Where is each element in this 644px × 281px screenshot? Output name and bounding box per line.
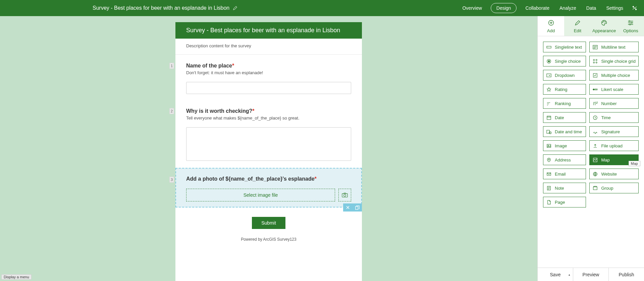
qtype-signature[interactable]: Signature — [589, 126, 639, 137]
nav-collaborate[interactable]: Collaborate — [524, 3, 551, 13]
nav-settings[interactable]: Settings — [605, 3, 625, 13]
question-hint: Don't forget: it must have an esplanade! — [186, 70, 351, 75]
question-hint: Tell everyone what makes ${name_of_the_p… — [186, 115, 351, 121]
time-icon — [592, 115, 598, 120]
date-icon — [546, 115, 551, 120]
address-icon — [546, 157, 551, 162]
camera-button[interactable] — [338, 189, 351, 201]
options-icon — [627, 19, 634, 26]
tools-icon[interactable] — [632, 5, 637, 11]
edit-icon — [574, 19, 581, 26]
svg-point-11 — [630, 24, 631, 25]
copy-icon — [355, 205, 360, 210]
ranking-icon — [546, 101, 551, 106]
qtype-time[interactable]: Time — [589, 112, 639, 123]
qtype-address[interactable]: Address — [543, 154, 586, 165]
question-number: 3 — [169, 177, 174, 183]
image-icon — [546, 143, 551, 148]
qtype-singleline[interactable]: Singleline text — [543, 42, 586, 52]
nav-overview[interactable]: Overview — [461, 3, 483, 13]
powered-by: Powered by ArcGIS Survey123 — [175, 235, 362, 245]
qtype-ranking[interactable]: Ranking — [543, 98, 586, 109]
qtype-page[interactable]: Page — [543, 197, 586, 207]
map-icon — [592, 157, 598, 162]
side-panel: AddEditAppearanceOptions Singleline text… — [537, 16, 644, 281]
duplicate-question-button[interactable] — [353, 203, 362, 212]
qtype-website[interactable]: Website — [589, 169, 639, 179]
appearance-icon — [601, 19, 607, 26]
delete-question-button[interactable] — [343, 203, 353, 212]
qtype-radio[interactable]: Single choice — [543, 56, 586, 66]
survey-description[interactable]: Description content for the survey — [175, 39, 362, 55]
svg-point-16 — [593, 59, 595, 60]
multiline-input[interactable] — [186, 127, 351, 161]
qtype-number[interactable]: Number — [589, 98, 639, 109]
qtype-multiline[interactable]: Multiline text — [589, 42, 639, 52]
svg-rect-2 — [342, 194, 347, 197]
qtype-radiogrid[interactable]: Single choice grid — [589, 56, 639, 66]
svg-rect-12 — [546, 46, 551, 48]
side-tabs: AddEditAppearanceOptions — [538, 16, 644, 36]
question-1[interactable]: 1 Name of the place* Don't forget: it mu… — [175, 55, 362, 100]
side-tab-edit[interactable]: Edit — [564, 16, 591, 36]
side-tab-options[interactable]: Options — [618, 16, 644, 36]
question-types: Singleline textMultiline textSingle choi… — [538, 36, 644, 268]
svg-point-19 — [596, 62, 597, 63]
survey-card: Survey - Best places for beer with an es… — [175, 22, 362, 281]
qtype-checkbox[interactable]: Multiple choice — [589, 70, 639, 81]
qtype-datetime[interactable]: Date and time — [543, 126, 586, 137]
add-icon — [548, 19, 554, 26]
svg-point-1 — [635, 9, 636, 10]
survey-title[interactable]: Survey - Best places for beer with an es… — [175, 22, 362, 39]
star-icon — [546, 87, 551, 92]
side-tab-appearance[interactable]: Appearance — [591, 16, 618, 36]
page-icon — [546, 200, 551, 205]
nav-design[interactable]: Design — [491, 3, 517, 13]
selection-actions — [343, 203, 362, 212]
qtype-date[interactable]: Date — [543, 112, 586, 123]
select-image-button[interactable]: Select image file — [186, 189, 335, 201]
svg-point-7 — [603, 21, 604, 22]
checkbox-icon — [592, 73, 598, 78]
edit-title-icon[interactable] — [233, 6, 237, 10]
qtype-upload[interactable]: File upload — [589, 140, 639, 151]
qtype-note[interactable]: Note — [543, 183, 586, 193]
upload-icon — [592, 143, 598, 148]
datetime-icon — [546, 129, 551, 134]
svg-point-15 — [548, 60, 550, 62]
qtype-map[interactable]: MapMap — [589, 154, 639, 165]
nav-data[interactable]: Data — [585, 3, 598, 13]
save-button[interactable]: Save▴ — [538, 268, 573, 281]
tooltip: Map — [629, 161, 640, 166]
svg-rect-4 — [355, 206, 358, 209]
canvas: Survey - Best places for beer with an es… — [0, 16, 537, 281]
side-tab-add[interactable]: Add — [538, 16, 564, 36]
singleline-input[interactable] — [186, 82, 351, 94]
qtype-group[interactable]: Group — [589, 183, 639, 193]
qtype-dropdown[interactable]: Dropdown — [543, 70, 586, 81]
svg-point-9 — [629, 20, 630, 21]
page-title: Survey - Best places for beer with an es… — [93, 5, 229, 11]
svg-point-8 — [605, 22, 606, 22]
qtype-email[interactable]: Email — [543, 169, 586, 179]
question-label: Name of the place* — [186, 63, 351, 69]
svg-point-3 — [344, 194, 346, 196]
qtype-image[interactable]: Image — [543, 140, 586, 151]
submit-button[interactable]: Submit — [252, 217, 285, 229]
qtype-star[interactable]: Rating — [543, 84, 586, 95]
svg-point-22 — [593, 89, 594, 90]
publish-button[interactable]: Publish — [609, 268, 644, 281]
preview-button[interactable]: Preview — [573, 268, 609, 281]
qtype-likert[interactable]: Likert scale — [589, 84, 639, 95]
close-icon — [346, 205, 350, 209]
top-bar: Survey - Best places for beer with an es… — [0, 0, 644, 16]
status-bar: Display a menu — [1, 274, 32, 280]
svg-point-24 — [596, 89, 597, 90]
svg-point-6 — [602, 22, 603, 23]
main-nav: OverviewDesignCollaborateAnalyzeDataSett… — [461, 3, 637, 13]
svg-point-18 — [593, 62, 595, 63]
svg-point-31 — [548, 159, 549, 160]
question-3[interactable]: 3 Add a photo of ${name_of_the_place}'s … — [175, 168, 362, 207]
question-2[interactable]: 2 Why is it worth checking?* Tell everyo… — [175, 100, 362, 168]
nav-analyze[interactable]: Analyze — [558, 3, 578, 13]
